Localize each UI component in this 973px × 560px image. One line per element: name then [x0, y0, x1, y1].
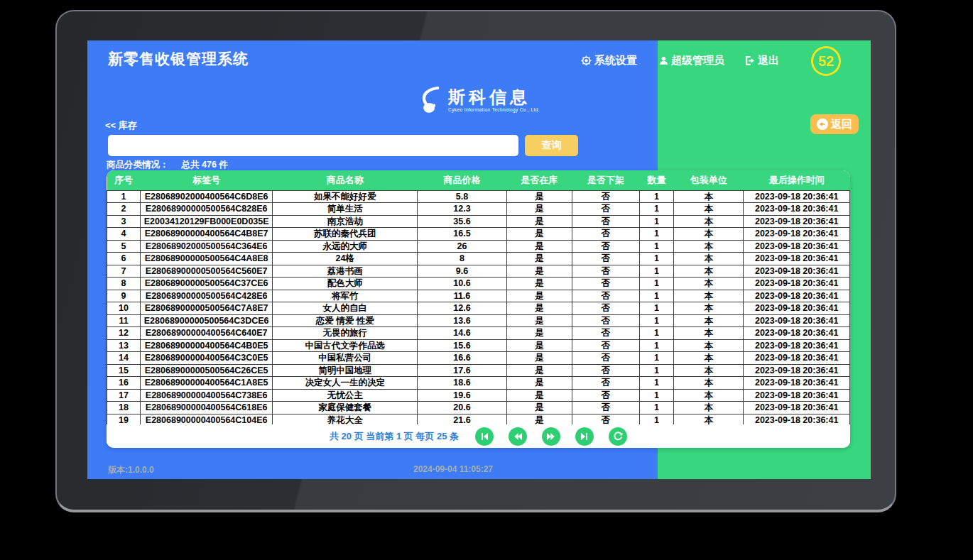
table-cell: 是 — [506, 278, 572, 290]
table-cell: 否 — [572, 203, 639, 216]
table-cell: 14.6 — [418, 327, 507, 340]
table-cell: 12.6 — [418, 302, 507, 315]
menu-current-user[interactable]: 超级管理员 — [659, 54, 724, 67]
table-cell: 13 — [107, 339, 141, 352]
table-cell: 本 — [674, 389, 744, 402]
column-header-index: 序号 — [107, 170, 141, 190]
prev-page-button[interactable] — [509, 427, 527, 446]
table-cell: 荔港书画 — [273, 265, 418, 278]
table-cell: 1 — [639, 352, 673, 365]
table-cell: 1 — [639, 314, 673, 327]
table-cell: 本 — [674, 402, 744, 414]
table-cell: 是 — [506, 339, 572, 352]
last-page-button[interactable] — [575, 427, 594, 446]
table-cell: 是 — [506, 364, 572, 377]
column-header-off-shelf: 是否下架 — [572, 170, 639, 190]
first-page-button[interactable] — [475, 427, 494, 446]
table-cell: 是 — [506, 240, 572, 253]
table-row[interactable]: 4E28068900000400564C4B8E7苏联的秦代兵团16.5是否1本… — [107, 228, 850, 241]
table-cell: 1 — [639, 190, 673, 203]
query-button[interactable]: 查询 — [525, 135, 578, 156]
table-cell: 9.6 — [418, 265, 507, 278]
table-cell: E28068900000500564C828E6 — [141, 203, 273, 216]
table-cell: 1 — [639, 364, 673, 377]
table-cell: 否 — [572, 302, 639, 315]
table-cell: E28068900000400564C1A8E5 — [141, 377, 273, 390]
table-row[interactable]: 9E28068900000500564C428E6将军竹11.6是否1本2023… — [107, 290, 850, 302]
table-cell: 1 — [639, 265, 673, 278]
table-row[interactable]: 17E28068900000400564C738E6无忧公主19.6是否1本20… — [107, 389, 850, 402]
table-cell: 1 — [639, 215, 673, 228]
table-cell: 1 — [639, 228, 673, 241]
table-row[interactable]: 11E28068900000500564C3DCE6恋爱 情爱 性爱13.6是否… — [107, 314, 850, 327]
table-cell: 女人的自白 — [273, 302, 418, 315]
table-cell: 13.6 — [418, 314, 507, 327]
table-cell: 否 — [572, 265, 639, 278]
table-cell: E28068900000500564C7A8E7 — [141, 302, 273, 315]
table-cell: 本 — [674, 203, 744, 216]
table-cell: 16.6 — [418, 352, 507, 365]
column-header-tag: 标签号 — [141, 170, 273, 190]
next-page-button[interactable] — [542, 427, 560, 446]
back-arrow-icon — [817, 119, 828, 130]
inventory-table-panel: 序号 标签号 商品名称 商品价格 是否在库 是否下架 数量 包装单位 最后操作时… — [107, 170, 850, 448]
table-row[interactable]: 8E28068900000500564C37CE6配色大师10.6是否1本202… — [107, 278, 850, 290]
table-cell: 南京浩劫 — [273, 215, 418, 228]
column-header-last-op-time: 最后操作时间 — [744, 170, 850, 190]
table-cell: 26 — [418, 240, 507, 253]
table-row[interactable]: 14E28068900000400564C3C0E5中国私营公司16.6是否1本… — [107, 352, 850, 365]
table-cell: 否 — [572, 253, 639, 265]
table-row[interactable]: 2E28068900000500564C828E6简单生活12.3是否1本202… — [107, 203, 850, 216]
table-cell: 2023-09-18 20:36:41 — [744, 377, 850, 390]
table-cell: 12.3 — [418, 203, 507, 216]
table-cell: 18 — [107, 402, 141, 414]
table-cell: 本 — [674, 290, 744, 302]
logo-subtitle: Cykeo Information Technology Co., Ltd. — [448, 107, 540, 112]
table-row[interactable]: 3E20034120129FB000E0D035E南京浩劫35.6是否1本202… — [107, 215, 850, 228]
table-cell: 本 — [674, 215, 744, 228]
refresh-button[interactable] — [609, 427, 627, 446]
table-row[interactable]: 16E28068900000400564C1A8E5决定女人一生的决定18.6是… — [107, 377, 850, 390]
table-cell: 17.6 — [418, 364, 507, 377]
table-cell: 2023-09-18 20:36:41 — [744, 364, 850, 377]
table-cell: 永远的大师 — [273, 240, 418, 253]
search-input[interactable] — [108, 135, 518, 156]
table-cell: E28068900000400564C738E6 — [141, 389, 273, 402]
table-cell: 是 — [506, 228, 572, 241]
table-cell: 15.6 — [418, 339, 507, 352]
table-cell: E28068900000400564C618E6 — [141, 402, 273, 414]
category-summary-label: 商品分类情况： — [107, 159, 169, 171]
table-row[interactable]: 5E28068902000500564C364E6永远的大师26是否1本2023… — [107, 240, 850, 253]
table-row[interactable]: 7E28068900000500564C560E7荔港书画9.6是否1本2023… — [107, 265, 850, 278]
table-row[interactable]: 10E28068900000500564C7A8E7女人的自白12.6是否1本2… — [107, 302, 850, 315]
inventory-table: 序号 标签号 商品名称 商品价格 是否在库 是否下架 数量 包装单位 最后操作时… — [107, 170, 850, 439]
table-row[interactable]: 13E28068900000400564C4B0E5中国古代文学作品选15.6是… — [107, 339, 850, 352]
menu-system-settings[interactable]: 系统设置 — [581, 54, 637, 67]
category-summary: 商品分类情况： 总共 476 件 — [107, 159, 228, 171]
table-row[interactable]: 18E28068900000400564C618E6家庭保健套餐20.6是否1本… — [107, 402, 850, 414]
pagination-bar: 共 20 页 当前第 1 页 每页 25 条 — [107, 424, 850, 448]
table-cell: 本 — [674, 265, 744, 278]
table-cell: 1 — [639, 203, 673, 216]
table-cell: E28068902000400564C6D8E6 — [141, 190, 273, 203]
app-screen: 新零售收银管理系统 系统设置 超级管理员 — [87, 40, 871, 479]
table-cell: 是 — [506, 265, 572, 278]
table-row[interactable]: 12E28068900000400564C640E7无畏的旅行14.6是否1本2… — [107, 327, 850, 340]
table-cell: 是 — [506, 377, 572, 390]
table-cell: 3 — [107, 215, 141, 228]
menu-logout[interactable]: 退出 — [744, 54, 779, 67]
table-cell: 是 — [506, 215, 572, 228]
return-button[interactable]: 返回 — [810, 114, 859, 134]
table-row[interactable]: 1E28068902000400564C6D8E6如果不能好好爱5.8是否1本2… — [107, 190, 850, 203]
table-cell: 5 — [107, 240, 141, 253]
table-cell: 1 — [639, 402, 673, 414]
table-cell: 本 — [674, 278, 744, 290]
table-cell: 1 — [639, 278, 673, 290]
table-cell: 否 — [572, 364, 639, 377]
column-header-price: 商品价格 — [418, 170, 507, 190]
inventory-breadcrumb[interactable]: << 库存 — [105, 119, 137, 132]
table-row[interactable]: 6E28068900000500564C4A8E824格8是否1本2023-09… — [107, 253, 850, 265]
table-row[interactable]: 15E28068900000500564C26CE5简明中国地理17.6是否1本… — [107, 364, 850, 377]
table-cell: 2023-09-18 20:36:41 — [744, 190, 850, 203]
column-header-name: 商品名称 — [273, 170, 418, 190]
